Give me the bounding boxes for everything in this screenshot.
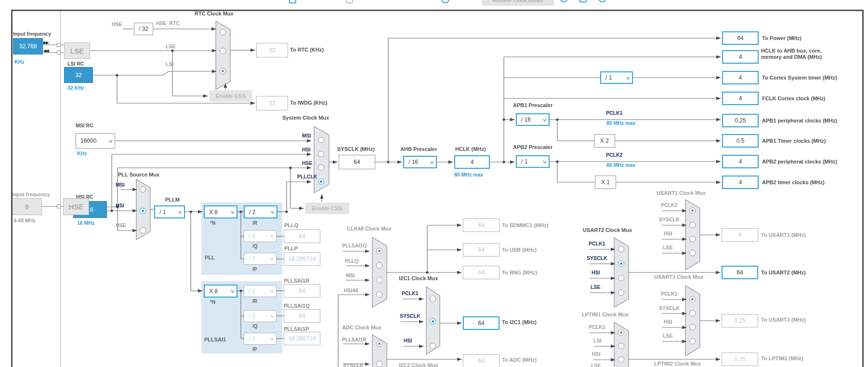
apb2-timer-value[interactable]: 4 bbox=[722, 176, 759, 189]
zoom-fit-icon[interactable] bbox=[579, 0, 587, 2]
lptim1-pclk1-radio[interactable] bbox=[618, 329, 624, 336]
undo-icon[interactable] bbox=[441, 0, 449, 3]
resolve-clock-issues-button[interactable]: Resolve Clock Issues bbox=[482, 0, 554, 6]
usart2-mux-title: USART2 Clock Mux bbox=[583, 227, 632, 233]
to-rng-label: To RNG (MHz) bbox=[502, 270, 537, 275]
ahb-prescaler-select[interactable]: / 16 ∨ bbox=[403, 156, 437, 168]
i2c1-pclk1-radio[interactable] bbox=[430, 296, 436, 302]
pllq-value: 64 bbox=[284, 230, 320, 243]
pllmux-hsi-radio[interactable] bbox=[140, 208, 146, 214]
pllsai1-p-select[interactable]: / 7 ∨ bbox=[244, 333, 276, 345]
clk48-msi-radio[interactable] bbox=[376, 277, 382, 283]
hclk-value[interactable]: 4 bbox=[454, 155, 490, 169]
copy-icon[interactable] bbox=[346, 0, 353, 3]
cortex-divider-select[interactable]: / 1 ∨ bbox=[600, 71, 633, 84]
apb1-timer-value[interactable]: 0.5 bbox=[722, 134, 759, 148]
clk48-pllq-radio[interactable] bbox=[376, 262, 382, 269]
zoom-in-icon[interactable] bbox=[599, 0, 606, 2]
pllmux-msi-radio[interactable] bbox=[140, 186, 146, 192]
enable-css-sys-button[interactable]: Enable CSS bbox=[305, 203, 349, 214]
lptim1-lse-label: LSE bbox=[591, 363, 601, 367]
sysmux-pllclk-radio[interactable] bbox=[318, 178, 324, 185]
i2c1-sysclk-radio[interactable] bbox=[430, 318, 436, 325]
to-sdmmc1-label: To SDMMC1 (MHz) bbox=[502, 222, 548, 228]
save-icon[interactable] bbox=[289, 0, 296, 3]
usart1-lse-radio[interactable] bbox=[689, 250, 696, 256]
rtc-mux-lse-radio[interactable] bbox=[220, 48, 226, 54]
sysmux-hsi-radio[interactable] bbox=[318, 151, 324, 157]
rtc-mux-hse-radio[interactable] bbox=[220, 29, 226, 35]
pllsai1-p-tag: /P bbox=[252, 347, 257, 352]
to-i2c1-value[interactable]: 64 bbox=[463, 316, 500, 330]
apb1-prescaler-select[interactable]: / 16 ∨ bbox=[516, 113, 550, 126]
hse-source-block: HSE bbox=[63, 198, 89, 215]
apb2-prescaler-select[interactable]: / 1 ∨ bbox=[516, 155, 550, 168]
usart3-pclk1-radio[interactable] bbox=[689, 296, 696, 302]
chevron-down-icon: ∨ bbox=[269, 288, 275, 294]
lptim1-lsi-radio[interactable] bbox=[618, 343, 624, 349]
enable-css-rtc-button[interactable]: Enable CSS bbox=[210, 90, 252, 102]
apb2-timer-mult: X 1 bbox=[595, 176, 616, 189]
to-iwdg-value[interactable]: 32 bbox=[256, 96, 288, 110]
lsi-value-field[interactable]: 32 bbox=[64, 67, 93, 83]
clk48-pllsai1q-radio[interactable] bbox=[376, 248, 382, 254]
hse-rtc-wire-label: HSE_RTC bbox=[156, 20, 180, 26]
pllmux-hse-radio[interactable] bbox=[140, 227, 146, 233]
fclk-value[interactable]: 4 bbox=[722, 92, 759, 105]
usart1-pclk2-radio[interactable] bbox=[689, 207, 696, 214]
hclk-ahb-value[interactable]: 4 bbox=[722, 50, 759, 64]
to-usart2-value[interactable]: 64 bbox=[722, 266, 758, 279]
msi-range-select[interactable]: 16000 ∨ bbox=[76, 133, 115, 149]
hse-input-frequency-field[interactable]: 8 bbox=[12, 198, 42, 215]
pll-q-select[interactable]: / 2 ∨ bbox=[244, 230, 276, 242]
pllsai1-q-select[interactable]: / 2 ∨ bbox=[244, 310, 276, 322]
to-usart3-value: 0.25 bbox=[722, 314, 758, 327]
arrow-left-icon: ◀◀ bbox=[43, 49, 48, 53]
usart3-hsi-radio[interactable] bbox=[689, 324, 696, 330]
ahb-prescaler-value: / 16 bbox=[408, 159, 418, 165]
usart2-sysclk-radio[interactable] bbox=[618, 260, 624, 267]
clk48-hsi48-radio[interactable] bbox=[376, 291, 382, 298]
adc-pllsai1r-radio[interactable] bbox=[376, 340, 382, 347]
apb2-prescaler-value: / 1 bbox=[521, 158, 527, 165]
pll-r-select[interactable]: / 2 ∨ bbox=[244, 205, 277, 218]
pll-n-select[interactable]: X 8 ∨ bbox=[204, 205, 237, 218]
usart2-lse-label: LSE bbox=[591, 284, 600, 290]
cortex-timer-value[interactable]: 4 bbox=[722, 71, 759, 84]
lptim1-hsi-radio[interactable] bbox=[618, 356, 624, 363]
pllm-value: / 1 bbox=[159, 209, 166, 216]
sysmux-hse-radio[interactable] bbox=[318, 164, 324, 171]
usart1-sysclk-radio[interactable] bbox=[689, 222, 696, 228]
apb1-periph-value[interactable]: 0.25 bbox=[722, 114, 759, 127]
clk48-pllq-label: PLLQ bbox=[345, 258, 358, 264]
pllsai1-n-select[interactable]: X 8 ∨ bbox=[204, 285, 237, 298]
to-usart3-label: To USART3 (MHz) bbox=[761, 317, 806, 323]
lse-input-frequency-field[interactable]: 32.768 bbox=[13, 38, 43, 54]
apb2-periph-value[interactable]: 4 bbox=[722, 155, 759, 168]
usart1-hsi-radio[interactable] bbox=[689, 236, 696, 242]
sysclk-value[interactable]: 64 bbox=[339, 155, 375, 169]
usart2-hsi-radio[interactable] bbox=[618, 275, 624, 281]
lse-unit-label: KHz bbox=[14, 59, 24, 65]
arrow-right-icon: ▶▶ bbox=[43, 41, 48, 45]
chevron-down-icon: ∨ bbox=[269, 313, 275, 319]
pll-p-select[interactable]: / 7 ∨ bbox=[244, 253, 276, 265]
adc-sysclk-radio[interactable] bbox=[376, 361, 382, 367]
usart2-lse-radio[interactable] bbox=[618, 289, 624, 296]
pllsai1-r-select[interactable]: / 2 ∨ bbox=[244, 285, 276, 297]
pll-n-tag: *N bbox=[210, 220, 215, 226]
pllsai1-block-name: PLLSAI1 bbox=[204, 337, 226, 342]
sysmux-msi-radio[interactable] bbox=[318, 137, 324, 143]
usart3-lse-radio[interactable] bbox=[689, 338, 696, 344]
sysmux-hse-label: HSE bbox=[302, 160, 313, 166]
pclk1-label: PCLK1 bbox=[606, 110, 622, 116]
usart3-hsi-label: HSI bbox=[664, 319, 672, 325]
usart2-pclk1-radio[interactable] bbox=[618, 246, 624, 252]
rtc-mux-lsi-radio[interactable] bbox=[220, 68, 226, 74]
usart3-sysclk-radio[interactable] bbox=[689, 310, 696, 316]
zoom-out-icon[interactable] bbox=[560, 0, 567, 2]
pllm-select[interactable]: / 1 ∨ bbox=[154, 205, 185, 218]
to-rtc-value[interactable]: 32 bbox=[256, 43, 288, 57]
to-power-value[interactable]: 64 bbox=[722, 31, 759, 45]
i2c1-hsi-radio[interactable] bbox=[430, 343, 436, 349]
